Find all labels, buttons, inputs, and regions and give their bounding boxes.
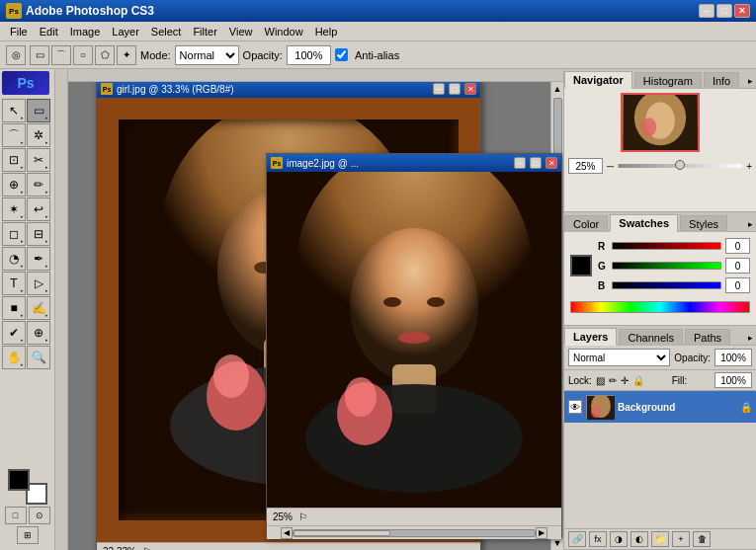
layer-link-btn[interactable]: 🔗 [568, 531, 586, 547]
gradient-tool[interactable]: ⊟▸ [27, 222, 50, 246]
layer-folder-btn[interactable]: 📁 [651, 531, 669, 547]
layers-opacity-input[interactable] [714, 349, 752, 366]
layer-adjustment-btn[interactable]: ◐ [630, 531, 648, 547]
lock-move-icon[interactable]: ✛ [621, 375, 629, 386]
nav-slider-thumb[interactable] [675, 160, 685, 170]
eraser-tool[interactable]: ◻▸ [2, 222, 26, 246]
history-brush-tool[interactable]: ↩▸ [27, 197, 50, 221]
vscroll-up[interactable]: ▲ [551, 82, 563, 96]
layer-mask-btn[interactable]: ◑ [610, 531, 628, 547]
nav-zoom-plus[interactable]: + [746, 161, 752, 172]
screen-mode-btn[interactable]: ⊞ [17, 526, 39, 544]
doc2-scroll-thumb[interactable] [294, 530, 390, 536]
layer-new-btn[interactable]: + [672, 531, 690, 547]
marquee-tool[interactable]: ▭▸ [27, 99, 50, 122]
blue-value[interactable] [725, 277, 750, 293]
doc2-maximize[interactable]: □ [530, 157, 542, 169]
polygon-icon[interactable]: ⬠ [95, 45, 115, 65]
menu-select[interactable]: Select [145, 24, 188, 39]
tab-info[interactable]: Info [704, 72, 739, 89]
standard-mode-btn[interactable]: □ [5, 507, 27, 524]
navigator-panel-menu[interactable]: ▸ [745, 74, 756, 88]
layers-fill-input[interactable] [714, 372, 752, 388]
hand-tool[interactable]: ✋▸ [2, 346, 26, 369]
rect-marquee-icon[interactable]: ▭ [30, 45, 49, 65]
close-button[interactable]: ✕ [734, 4, 750, 18]
color-panel-menu[interactable]: ▸ [745, 217, 756, 231]
fg-color-box[interactable] [8, 469, 30, 491]
healing-tool[interactable]: ⊕▸ [2, 173, 26, 196]
doc2-close[interactable]: ✕ [546, 157, 557, 169]
fg-bg-color-picker[interactable] [8, 469, 47, 505]
opacity-input[interactable] [287, 45, 331, 65]
tab-histogram[interactable]: Histogram [634, 72, 702, 89]
crop-tool[interactable]: ⊡▸ [2, 148, 26, 172]
doc2-canvas[interactable] [267, 172, 561, 508]
nav-zoom-minus[interactable]: ─ [607, 161, 614, 172]
tab-swatches[interactable]: Swatches [610, 214, 678, 232]
maximize-button[interactable]: □ [716, 4, 732, 18]
type-tool[interactable]: T▸ [2, 272, 26, 295]
menu-view[interactable]: View [223, 24, 259, 39]
doc1-close[interactable]: ✕ [464, 83, 476, 95]
blue-slider[interactable] [612, 281, 721, 289]
doc2-scroll-right[interactable]: ▶ [536, 527, 547, 539]
layer-visibility-toggle[interactable]: 👁 [568, 400, 582, 414]
tool-preset-icon[interactable]: ◎ [6, 45, 26, 65]
green-value[interactable] [725, 258, 750, 274]
layer-background-row[interactable]: 👁 Background 🔒 [564, 391, 756, 423]
clone-stamp-tool[interactable]: ✶▸ [2, 197, 26, 221]
lock-paint-icon[interactable]: ✏ [609, 375, 617, 386]
lasso-icon[interactable]: ⌒ [51, 45, 71, 65]
layer-fx-btn[interactable]: fx [589, 531, 607, 547]
pen-tool[interactable]: ✒▸ [27, 247, 50, 271]
menu-image[interactable]: Image [64, 24, 107, 39]
custom-shape-icon[interactable]: ✦ [117, 45, 136, 65]
ellipse-icon[interactable]: ○ [73, 45, 93, 65]
tab-paths[interactable]: Paths [685, 329, 730, 346]
layers-panel-menu[interactable]: ▸ [745, 331, 756, 345]
color-spectrum[interactable] [570, 301, 750, 313]
menu-filter[interactable]: Filter [187, 24, 222, 39]
quick-mask-btn[interactable]: ⊙ [29, 507, 50, 524]
lasso-tool[interactable]: ⌒▸ [2, 123, 26, 147]
menu-file[interactable]: File [4, 24, 34, 39]
tab-color[interactable]: Color [564, 215, 608, 232]
color-fg-square[interactable] [570, 255, 592, 276]
doc2-scroll-left[interactable]: ◀ [281, 527, 293, 539]
slice-tool[interactable]: ✂▸ [27, 148, 50, 172]
magic-wand-tool[interactable]: ✲▸ [27, 123, 50, 147]
nav-zoom-input[interactable] [568, 158, 603, 174]
shape-tool[interactable]: ■▸ [2, 296, 26, 320]
doc2-scrollbar-h[interactable]: ◀ ▶ [267, 525, 561, 539]
menu-edit[interactable]: Edit [34, 24, 64, 39]
lock-transparency-icon[interactable]: ▨ [596, 375, 605, 386]
layer-delete-btn[interactable]: 🗑 [693, 531, 711, 547]
doc2-scroll-track[interactable] [293, 529, 536, 537]
tab-styles[interactable]: Styles [680, 215, 727, 232]
mode-select[interactable]: Normal Add Subtract Intersect [175, 45, 239, 65]
dodge-tool[interactable]: ◔▸ [2, 247, 26, 271]
red-slider[interactable] [612, 242, 721, 250]
doc1-maximize[interactable]: □ [449, 83, 461, 95]
green-slider[interactable] [612, 262, 721, 270]
zoom-tool[interactable]: ⊕▸ [27, 321, 50, 345]
menu-layer[interactable]: Layer [106, 24, 145, 39]
eyedropper-tool[interactable]: ✔▸ [2, 321, 26, 345]
notes-tool[interactable]: ✍▸ [27, 296, 50, 320]
zoom2-tool[interactable]: 🔍 [27, 346, 50, 369]
path-select-tool[interactable]: ▷▸ [27, 272, 50, 295]
menu-window[interactable]: Window [259, 24, 309, 39]
lock-all-icon[interactable]: 🔒 [632, 375, 644, 386]
layers-mode-select[interactable]: Normal Multiply Screen [568, 349, 670, 366]
tab-navigator[interactable]: Navigator [564, 71, 632, 89]
red-value[interactable] [725, 238, 750, 254]
doc2-minimize[interactable]: ─ [514, 157, 526, 169]
move-tool[interactable]: ↖▸ [2, 99, 26, 122]
tab-channels[interactable]: Channels [619, 329, 682, 346]
minimize-button[interactable]: ─ [699, 4, 714, 18]
nav-zoom-slider[interactable] [618, 164, 742, 168]
antialias-checkbox[interactable] [335, 48, 348, 61]
tab-layers[interactable]: Layers [564, 328, 617, 346]
brush-tool[interactable]: ✏▸ [27, 173, 50, 196]
